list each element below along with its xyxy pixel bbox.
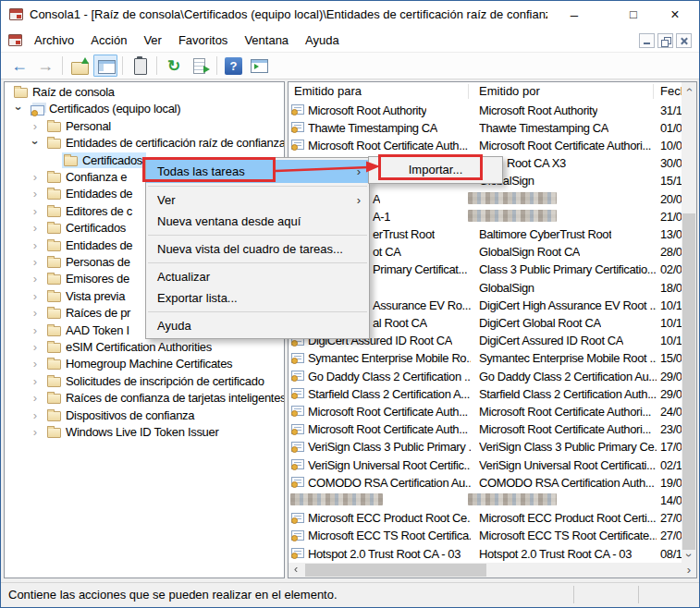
menubar-item-ayuda[interactable]: Ayuda (297, 29, 348, 53)
menubar-item-archivo[interactable]: Archivo (26, 29, 82, 53)
child-minimize-icon[interactable] (639, 33, 655, 48)
tree-node[interactable]: Raíz de consola (12, 84, 118, 100)
tree-node[interactable]: Windows Live ID Token Issuer (45, 424, 223, 440)
table-row[interactable]: 14/0 (289, 491, 682, 508)
menu-item-todas-las-tareas[interactable]: Todas las tareas (146, 160, 369, 183)
vertical-scrollbar[interactable] (682, 82, 696, 563)
menubar-item-acci-n[interactable]: Acción (82, 29, 135, 53)
menubar-item-ver[interactable]: Ver (135, 29, 170, 53)
chevron-right-icon[interactable] (29, 306, 42, 320)
menu-item-nueva-vista-del-cuadro-de-tareas[interactable]: Nueva vista del cuadro de tareas... (146, 238, 369, 260)
tree-node[interactable]: Entidades de certificación raíz de confi… (45, 135, 284, 151)
table-row[interactable]: Go Daddy Class 2 Certification ...Go Dad… (289, 367, 682, 384)
tree-item[interactable]: Certificados (equipo local) (5, 101, 284, 117)
column-header-emitido-para[interactable]: Emitido para (294, 82, 362, 101)
chevron-right-icon[interactable] (29, 238, 42, 252)
up-one-level-icon[interactable] (68, 55, 92, 77)
tree-node[interactable]: Certificados (62, 152, 146, 168)
chevron-right-icon[interactable] (29, 187, 42, 201)
chevron-right-icon[interactable] (29, 323, 42, 337)
tree-item[interactable]: Dispositivos de confianza (5, 407, 284, 424)
tree-node[interactable]: Solicitudes de inscripción de certificad… (45, 373, 268, 389)
table-row[interactable]: Thawte Timestamping CAThawte Timestampin… (289, 118, 682, 136)
chevron-right-icon[interactable] (29, 221, 42, 235)
tree-node[interactable]: Editores de c (45, 203, 136, 219)
table-row[interactable]: Microsoft ECC Product Root Ce...Microsof… (289, 509, 682, 527)
tree-node[interactable]: Vista previa (45, 288, 129, 304)
child-restore-icon[interactable] (657, 33, 673, 48)
minimize-button[interactable]: – (554, 1, 595, 29)
back-arrow-icon[interactable]: ← (7, 55, 31, 77)
table-row[interactable]: Microsoft Root Certificate Auth...Micros… (289, 420, 682, 438)
vertical-scrollbar-thumb[interactable] (682, 213, 695, 550)
chevron-right-icon[interactable] (29, 170, 42, 184)
table-row[interactable]: Starfield Class 2 Certification A...Star… (289, 384, 682, 402)
tree-node[interactable]: Certificados (equipo local) (29, 101, 184, 116)
tree-node[interactable]: Confianza e (45, 169, 130, 185)
horizontal-scrollbar-thumb[interactable] (305, 564, 486, 577)
child-close-icon[interactable] (676, 33, 692, 48)
tree-node[interactable]: Personal (45, 118, 115, 134)
tree-node[interactable]: AAD Token I (45, 322, 133, 338)
table-row[interactable]: Microsoft Root AuthorityMicrosoft Root A… (289, 101, 682, 118)
table-row[interactable]: Microsoft Root Certificate Auth...Micros… (289, 136, 682, 153)
export-list-icon[interactable] (188, 55, 212, 77)
chevron-right-icon[interactable] (29, 272, 42, 286)
menu-item-actualizar[interactable]: Actualizar (146, 266, 369, 287)
action-pane-toggle-icon[interactable] (247, 55, 271, 77)
column-header-emitido-por[interactable]: Emitido por (479, 82, 540, 101)
chevron-right-icon[interactable] (29, 119, 42, 133)
scroll-right-icon[interactable] (682, 563, 696, 578)
chevron-right-icon[interactable] (29, 204, 42, 218)
table-row[interactable]: VeriSign Class 3 Public Primary ...VeriS… (289, 438, 682, 456)
properties-icon[interactable] (128, 55, 152, 77)
chevron-right-icon[interactable] (29, 374, 42, 388)
chevron-right-icon[interactable] (29, 408, 42, 422)
table-row[interactable]: Microsoft ECC TS Root Certifica...Micros… (289, 527, 682, 544)
tree-item[interactable]: Personal (5, 118, 284, 135)
table-row[interactable]: VeriSign Universal Root Certific...VeriS… (289, 456, 682, 473)
table-row[interactable]: Hotspot 2.0 Trust Root CA - 03Hotspot 2.… (289, 544, 682, 562)
tree-item[interactable]: Solicitudes de inscripción de certificad… (5, 373, 284, 390)
menu-item-ayuda[interactable]: Ayuda (146, 315, 369, 336)
maximize-button[interactable]: □ (613, 1, 654, 29)
table-row[interactable]: COMODO RSA Certification Au...COMODO RSA… (289, 473, 682, 491)
tree-item[interactable]: Entidades de certificación raíz de confi… (5, 135, 284, 152)
column-divider[interactable] (653, 84, 654, 99)
table-row[interactable]: Microsoft Root Certificate Auth...Micros… (289, 402, 682, 420)
chevron-down-icon[interactable] (29, 137, 43, 150)
menu-item-exportar-lista[interactable]: Exportar lista... (146, 287, 369, 309)
chevron-right-icon[interactable] (29, 357, 42, 371)
column-divider[interactable] (468, 84, 469, 99)
tree-node[interactable]: Emisores de (45, 271, 133, 286)
chevron-right-icon[interactable] (29, 391, 42, 405)
tree-item[interactable]: eSIM Certification Authorities (5, 339, 284, 356)
tree-node[interactable]: Certificados (45, 220, 129, 236)
chevron-right-icon[interactable] (29, 340, 42, 354)
menu-item-ver[interactable]: Ver (146, 189, 369, 211)
scroll-left-icon[interactable] (289, 563, 303, 578)
chevron-right-icon[interactable] (29, 289, 42, 303)
close-button[interactable]: × (655, 1, 695, 29)
forward-arrow-icon[interactable]: → (33, 55, 57, 77)
scroll-down-icon[interactable] (682, 548, 696, 563)
tree-item[interactable]: Windows Live ID Token Issuer (5, 424, 284, 441)
horizontal-scrollbar[interactable] (289, 563, 696, 578)
menubar-item-ventana[interactable]: Ventana (236, 29, 297, 53)
tree-node[interactable]: Homegroup Machine Certificates (45, 356, 236, 371)
tree-node[interactable]: Entidades de (45, 186, 136, 201)
tree-node[interactable]: Dispositivos de confianza (45, 407, 198, 423)
table-row[interactable]: Symantec Enterprise Mobile Ro...Symantec… (289, 349, 682, 367)
help-icon[interactable]: ? (225, 57, 242, 75)
refresh-icon[interactable]: ↻ (162, 55, 186, 77)
menubar-item-favoritos[interactable]: Favoritos (170, 29, 236, 53)
scroll-up-icon[interactable] (682, 82, 696, 97)
tree-node[interactable]: eSIM Certification Authorities (45, 339, 215, 355)
tree-item[interactable]: Raíces de confianza de tarjetas intelige… (5, 390, 284, 407)
tree-node[interactable]: Raíces de pr (45, 305, 134, 321)
console-tree-toggle-icon[interactable] (93, 55, 117, 77)
chevron-down-icon[interactable] (12, 103, 26, 116)
tree-item[interactable]: Raíz de consola (5, 84, 284, 101)
chevron-right-icon[interactable] (29, 255, 42, 269)
tree-node[interactable]: Personas de (45, 254, 134, 270)
